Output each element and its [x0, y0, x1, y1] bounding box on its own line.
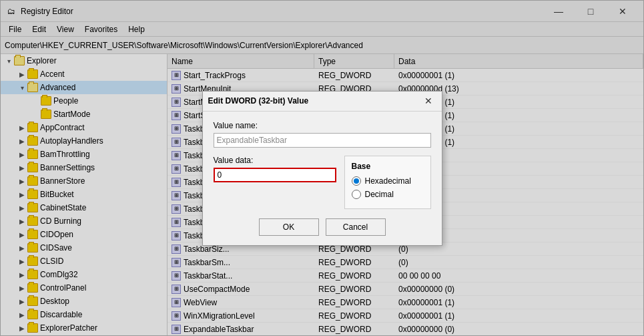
- value-name-input[interactable]: [214, 133, 431, 148]
- radio-hex-circle: [352, 176, 361, 186]
- value-name-label: Value name:: [214, 121, 431, 130]
- modal-backdrop: Edit DWORD (32-bit) Value ✕ Value name: …: [1, 1, 643, 335]
- dialog-title-bar: Edit DWORD (32-bit) Value ✕: [203, 92, 442, 112]
- value-data-label: Value data:: [214, 156, 336, 165]
- value-section: Value data:: [214, 156, 336, 190]
- radio-dec-label: Decimal: [365, 190, 394, 199]
- base-section: Base Hexadecimal Decimal: [344, 156, 431, 209]
- dialog-row: Value data: Base Hexadecimal Decimal: [214, 156, 431, 209]
- dialog-body: Value name: Value data: Base Hexadecimal: [203, 112, 442, 245]
- cancel-button[interactable]: Cancel: [326, 218, 386, 236]
- ok-button[interactable]: OK: [259, 218, 319, 236]
- radio-dec-option[interactable]: Decimal: [352, 190, 424, 199]
- value-data-input[interactable]: [214, 168, 336, 182]
- dialog-buttons: OK Cancel: [214, 218, 431, 236]
- radio-dec-circle: [352, 190, 361, 199]
- edit-dword-dialog: Edit DWORD (32-bit) Value ✕ Value name: …: [202, 91, 442, 246]
- base-title: Base: [352, 162, 424, 171]
- radio-hex-label: Hexadecimal: [365, 176, 411, 186]
- radio-hex-option[interactable]: Hexadecimal: [352, 176, 424, 186]
- dialog-title: Edit DWORD (32-bit) Value: [208, 96, 420, 106]
- dialog-close-button[interactable]: ✕: [420, 93, 436, 109]
